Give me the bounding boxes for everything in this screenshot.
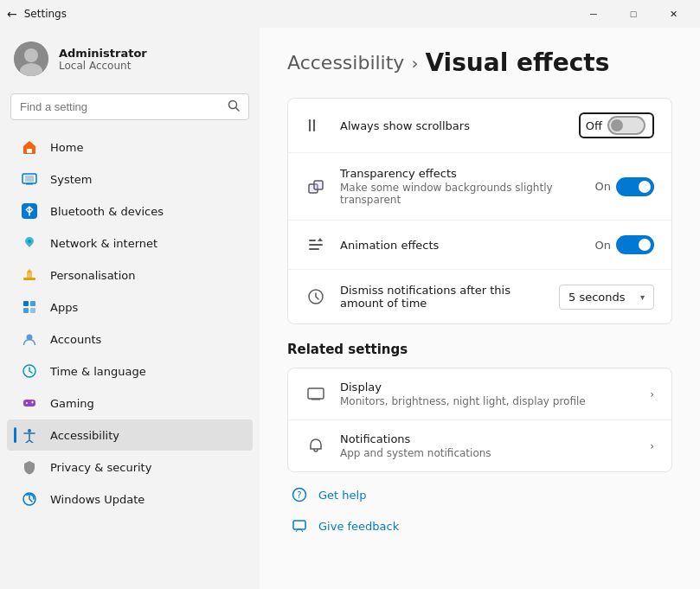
dismiss-setting: Dismiss notifications after this amount … [288, 270, 671, 323]
privacy-icon [21, 458, 38, 476]
search-container [0, 93, 260, 131]
get-help-item[interactable]: ? Get help [287, 479, 672, 510]
animation-setting: Animation effects On [288, 221, 671, 270]
settings-group: Always show scrollbars Off [287, 98, 672, 324]
sidebar-item-accounts[interactable]: Accounts [7, 323, 253, 355]
breadcrumb-parent: Accessibility [287, 52, 404, 74]
breadcrumb: Accessibility › Visual effects [287, 48, 672, 77]
related-display[interactable]: Display Monitors, brightness, night ligh… [288, 368, 671, 420]
svg-rect-13 [23, 301, 29, 306]
title-bar-controls: ─ □ ✕ [574, 0, 693, 28]
maximize-button[interactable]: □ [613, 0, 653, 28]
window-title: Settings [24, 8, 67, 20]
display-desc: Monitors, brightness, night light, displ… [340, 395, 636, 407]
svg-rect-33 [308, 388, 324, 399]
personalisation-icon [21, 266, 38, 284]
time-label: Time & language [50, 365, 146, 378]
scrollbars-label: Always show scrollbars [340, 119, 565, 132]
transparency-label: Transparency effects [340, 167, 581, 180]
home-label: Home [50, 141, 83, 154]
scrollbars-control: Off [579, 112, 654, 138]
back-icon[interactable]: ← [7, 7, 17, 21]
sidebar-item-time[interactable]: Time & language [7, 355, 253, 387]
gaming-label: Gaming [50, 397, 94, 410]
svg-rect-22 [32, 401, 33, 404]
display-text: Display Monitors, brightness, night ligh… [340, 381, 636, 407]
animation-text: Animation effects [340, 239, 581, 252]
related-notifications[interactable]: Notifications App and system notificatio… [288, 420, 671, 471]
dismiss-dropdown[interactable]: 5 seconds ▾ [559, 285, 654, 310]
transparency-toggle[interactable] [616, 177, 654, 196]
sidebar-item-apps[interactable]: Apps [7, 291, 253, 323]
sidebar-item-privacy[interactable]: Privacy & security [7, 451, 253, 483]
svg-rect-25 [309, 119, 311, 131]
get-help-icon: ? [291, 486, 308, 503]
search-input[interactable] [20, 100, 221, 113]
give-feedback-label: Give feedback [318, 520, 399, 533]
dropdown-arrow-icon: ▾ [640, 292, 645, 302]
transparency-state: On [595, 180, 611, 193]
sidebar-item-home[interactable]: Home [7, 131, 253, 163]
scrollbars-icon [305, 115, 326, 136]
sidebar-item-network[interactable]: Network & internet [7, 227, 253, 259]
display-chevron-icon: › [650, 388, 654, 400]
window: Administrator Local Account [0, 28, 700, 589]
animation-toggle[interactable] [616, 235, 654, 254]
svg-rect-28 [314, 181, 323, 189]
network-label: Network & internet [50, 237, 157, 250]
svg-point-12 [29, 271, 31, 273]
bluetooth-label: Bluetooth & devices [50, 205, 164, 218]
svg-rect-31 [309, 248, 319, 250]
windows-update-icon [21, 490, 38, 508]
accounts-icon [21, 330, 38, 348]
sidebar-item-personalisation[interactable]: Personalisation [7, 259, 253, 291]
svg-text:?: ? [297, 490, 301, 500]
sidebar: Administrator Local Account [0, 28, 260, 589]
animation-icon [305, 234, 326, 255]
animation-control: On [595, 235, 654, 254]
notifications-label: Notifications [340, 432, 636, 445]
user-name: Administrator [59, 47, 147, 60]
svg-rect-14 [30, 301, 35, 306]
minimize-button[interactable]: ─ [574, 0, 613, 28]
get-help-label: Get help [318, 489, 366, 502]
sidebar-item-accessibility[interactable]: Accessibility [7, 419, 253, 451]
svg-rect-29 [309, 244, 323, 246]
search-box [10, 93, 249, 120]
transparency-toggle-wrapper: On [595, 177, 654, 196]
scrollbars-toggle-state: Off [586, 119, 602, 132]
svg-rect-15 [23, 308, 29, 313]
close-button[interactable]: ✕ [653, 0, 693, 28]
home-icon [21, 138, 38, 156]
related-settings-group: Display Monitors, brightness, night ligh… [287, 368, 672, 472]
give-feedback-icon [291, 517, 308, 535]
svg-rect-19 [23, 400, 35, 407]
sidebar-item-bluetooth[interactable]: Bluetooth & devices [7, 195, 253, 227]
animation-slider [616, 235, 654, 254]
svg-point-1 [24, 48, 38, 62]
svg-rect-5 [27, 149, 32, 153]
svg-rect-26 [313, 119, 315, 131]
notifications-icon [305, 436, 326, 457]
related-settings-section: Related settings Display Monitors, brigh… [287, 342, 672, 472]
sidebar-item-gaming[interactable]: Gaming [7, 387, 253, 419]
accessibility-label: Accessibility [50, 429, 119, 442]
accounts-label: Accounts [50, 333, 101, 346]
dismiss-control[interactable]: 5 seconds ▾ [559, 285, 654, 310]
notifications-desc: App and system notifications [340, 447, 636, 459]
accessibility-icon [21, 426, 38, 444]
user-role: Local Account [59, 60, 147, 72]
svg-point-10 [28, 240, 31, 243]
transparency-setting: Transparency effects Make some window ba… [288, 153, 671, 221]
user-profile[interactable]: Administrator Local Account [0, 28, 260, 93]
sidebar-item-system[interactable]: System [7, 163, 253, 195]
svg-rect-37 [293, 521, 305, 529]
scrollbars-toggle[interactable] [607, 116, 645, 135]
transparency-slider [616, 177, 654, 196]
title-bar: ← Settings ─ □ ✕ [0, 0, 700, 28]
scrollbars-setting: Always show scrollbars Off [288, 99, 671, 153]
scrollbars-toggle-box[interactable]: Off [579, 112, 654, 138]
sidebar-item-windows-update[interactable]: Windows Update [7, 483, 253, 515]
give-feedback-item[interactable]: Give feedback [287, 510, 672, 541]
svg-point-20 [26, 402, 28, 404]
